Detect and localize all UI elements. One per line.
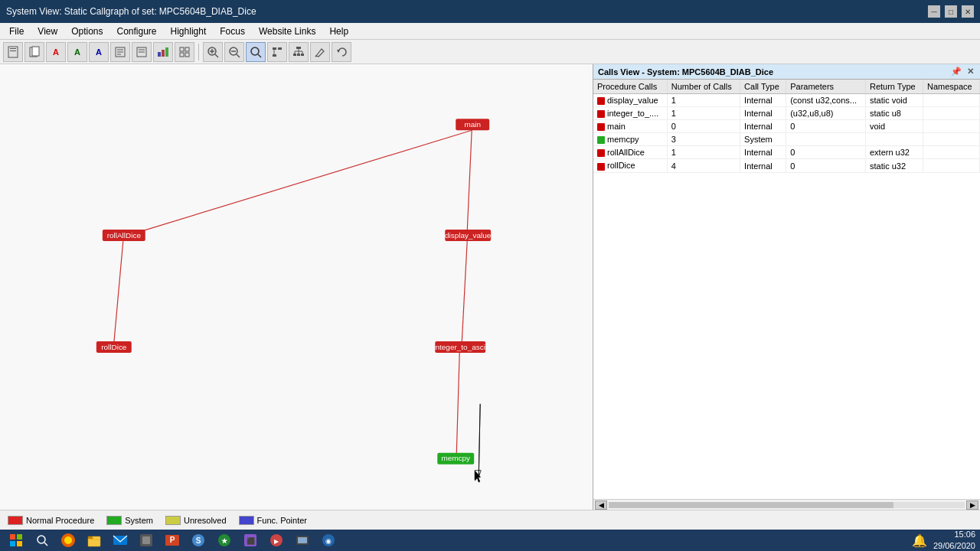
cell-params: 0 [786, 159, 866, 172]
svg-text:★: ★ [221, 537, 228, 545]
taskbar-start-button[interactable] [5, 531, 28, 549]
svg-point-26 [251, 47, 259, 55]
legend-system-color [106, 516, 122, 525]
table-row[interactable]: integer_to_.... 1 Internal (u32,u8,u8) s… [593, 107, 980, 120]
scroll-left-button[interactable]: ◀ [595, 500, 607, 510]
table-row[interactable]: main 0 Internal 0 void [593, 120, 980, 133]
menu-help[interactable]: Help [323, 24, 354, 38]
legend-system-label: System [125, 516, 153, 525]
toolbar-undo[interactable] [332, 42, 351, 62]
taskbar-left: P S ★ ⬛ ▶ ◉ [5, 531, 340, 549]
cell-return: extern u32 [865, 146, 923, 159]
taskbar-app-12[interactable]: ◉ [317, 531, 340, 549]
col-procedure-calls[interactable]: Procedure Calls [593, 80, 667, 94]
svg-text:S: S [196, 536, 201, 545]
col-namespace[interactable]: Namespace [923, 80, 980, 94]
table-row[interactable]: rollDice 4 Internal 0 static u32 [593, 159, 980, 172]
taskbar-outlook[interactable] [109, 531, 132, 549]
calls-panel-pin-button[interactable]: 📌 [951, 67, 962, 77]
toolbar-btn-7[interactable] [132, 42, 152, 62]
table-row[interactable]: rollAllDice 1 Internal 0 extern u32 [593, 146, 980, 159]
taskbar-explorer[interactable] [83, 531, 106, 549]
col-call-type[interactable]: Call Type [740, 80, 786, 94]
calls-scrollbar[interactable]: ◀ ▶ [593, 499, 980, 510]
cell-calls: 1 [667, 146, 740, 159]
legend-func-pointer-color [239, 516, 254, 525]
cell-proc: rollDice [593, 159, 667, 172]
taskbar-date: 29/06/2020 [933, 540, 975, 551]
menu-file[interactable]: File [3, 24, 30, 38]
toolbar-btn-5[interactable]: A [89, 42, 109, 62]
menu-highlight[interactable]: Highlight [165, 24, 213, 38]
toolbar-btn-9[interactable] [175, 42, 194, 62]
svg-rect-53 [96, 341, 132, 353]
minimize-button[interactable]: ─ [928, 5, 940, 18]
toolbar-layout-1[interactable] [267, 42, 287, 62]
calls-table[interactable]: Procedure Calls Number of Calls Call Typ… [593, 80, 980, 499]
cell-proc: main [593, 120, 667, 133]
svg-rect-62 [10, 541, 15, 546]
calls-table-body: display_value 1 Internal (const u32,cons… [593, 94, 980, 173]
cell-return: static void [865, 94, 923, 107]
menu-website-links[interactable]: Website Links [253, 24, 322, 38]
col-parameters[interactable]: Parameters [786, 80, 866, 94]
svg-rect-57 [437, 453, 474, 465]
taskbar-app-7[interactable]: S [187, 531, 210, 549]
svg-marker-41 [337, 50, 340, 53]
svg-text:P: P [170, 536, 175, 544]
maximize-button[interactable]: □ [945, 5, 957, 18]
cell-ns [923, 107, 980, 120]
scrollbar-thumb[interactable] [609, 502, 893, 508]
svg-rect-51 [445, 230, 491, 241]
svg-line-44 [114, 241, 123, 343]
svg-line-24 [237, 54, 240, 57]
cell-return [865, 133, 923, 146]
taskbar-app-8[interactable]: ★ [213, 531, 236, 549]
calls-panel-close-button[interactable]: ✕ [965, 67, 975, 77]
graph-panel[interactable]: main rollAllDice display_value rollDice … [0, 64, 593, 510]
taskbar-app-9[interactable]: ⬛ [239, 531, 262, 549]
taskbar-firefox[interactable] [57, 531, 80, 549]
toolbar-btn-2[interactable] [24, 42, 44, 62]
menu-view[interactable]: View [31, 24, 64, 38]
cell-type: System [740, 133, 786, 146]
zoom-in-button[interactable] [203, 42, 223, 62]
svg-rect-71 [142, 536, 150, 544]
zoom-out-button[interactable] [224, 42, 244, 62]
menu-configure[interactable]: Configure [111, 24, 163, 38]
toolbar-btn-4[interactable]: A [67, 42, 87, 62]
scroll-right-button[interactable]: ▶ [966, 500, 978, 510]
toolbar-highlight-brush[interactable] [310, 42, 330, 62]
svg-rect-28 [273, 47, 276, 50]
taskbar-right: 🔔 15:06 29/06/2020 [912, 529, 975, 551]
toolbar-layout-2[interactable] [289, 42, 309, 62]
cell-calls: 3 [667, 133, 740, 146]
svg-rect-31 [273, 54, 276, 57]
toolbar-btn-3[interactable]: A [46, 42, 66, 62]
svg-line-46 [456, 353, 459, 455]
col-number-of-calls[interactable]: Number of Calls [667, 80, 740, 94]
cell-ns [923, 133, 980, 146]
taskbar-notifications[interactable]: 🔔 [912, 533, 927, 548]
taskbar-app-11[interactable] [291, 531, 314, 549]
menu-focus[interactable]: Focus [214, 24, 251, 38]
legend-func-pointer: Func. Pointer [239, 516, 307, 525]
col-return-type[interactable]: Return Type [865, 80, 923, 94]
taskbar-app-5[interactable] [135, 531, 158, 549]
svg-line-45 [462, 241, 467, 343]
close-button[interactable]: ✕ [962, 5, 974, 18]
table-row[interactable]: memcpy 3 System [593, 133, 980, 146]
toolbar-btn-8[interactable] [153, 42, 173, 62]
taskbar-search-button[interactable] [31, 531, 54, 549]
menu-options[interactable]: Options [65, 24, 109, 38]
taskbar-powerpoint[interactable]: P [161, 531, 184, 549]
zoom-fit-button[interactable] [246, 42, 266, 62]
legend-unresolved-color [165, 516, 181, 525]
cell-type: Internal [740, 159, 786, 172]
scrollbar-track[interactable] [609, 502, 965, 508]
toolbar-btn-1[interactable] [3, 42, 23, 62]
toolbar-btn-6[interactable] [110, 42, 130, 62]
taskbar-app-10[interactable]: ▶ [265, 531, 288, 549]
svg-rect-1 [10, 48, 16, 49]
table-row[interactable]: display_value 1 Internal (const u32,cons… [593, 94, 980, 107]
